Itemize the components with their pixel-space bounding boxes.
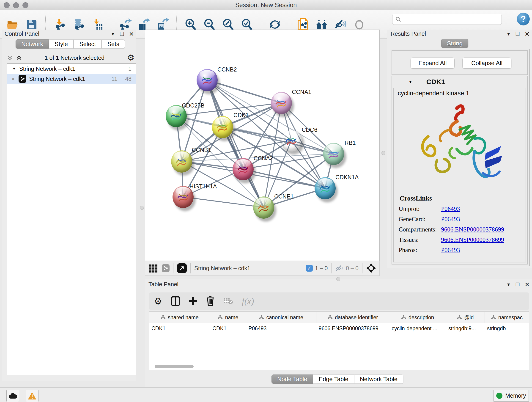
column-header--id[interactable]: @id xyxy=(446,312,485,323)
memory-button[interactable]: Memory xyxy=(494,390,529,402)
tab-style[interactable]: Style xyxy=(49,39,74,49)
open-in-window-icon[interactable] xyxy=(177,263,187,273)
zoom-fit-icon[interactable] xyxy=(221,18,235,32)
gene-disclosure-icon[interactable]: ▼ xyxy=(408,79,413,84)
help-button[interactable]: ? xyxy=(517,13,530,26)
right-splitter-handle[interactable] xyxy=(381,151,385,155)
refresh-network-icon[interactable] xyxy=(268,18,282,32)
first-neighbors-icon[interactable] xyxy=(315,18,329,32)
table-cell[interactable]: CDK1 xyxy=(210,323,246,333)
table-panel-close-icon[interactable]: ✕ xyxy=(525,281,530,288)
results-panel-close-icon[interactable]: ✕ xyxy=(525,31,530,38)
network-node-ccne1[interactable] xyxy=(253,196,274,219)
network-node-ccnb2[interactable] xyxy=(196,69,218,91)
table-cell[interactable]: 9606.ENSP00000378699 xyxy=(317,323,389,333)
network-edge[interactable] xyxy=(207,80,281,103)
column-header-namespac[interactable]: namespac xyxy=(485,312,529,323)
network-node-ccna2[interactable] xyxy=(233,158,254,180)
tab-network[interactable]: Network xyxy=(16,39,49,49)
crosslink-link[interactable]: P06493 xyxy=(441,216,460,223)
results-panel-collapse-icon[interactable]: ▼ xyxy=(506,32,511,37)
network-options-gear-icon[interactable]: ⚙ xyxy=(127,53,134,63)
results-panel-float-icon[interactable]: □ xyxy=(516,30,519,37)
network-node-cdkn1a[interactable] xyxy=(315,177,336,199)
birds-eye-view-icon[interactable] xyxy=(149,264,158,273)
table-options-gear-icon[interactable]: ⚙ xyxy=(154,296,162,306)
tab-select[interactable]: Select xyxy=(74,39,101,49)
network-canvas[interactable]: CCNB2CCNA1CDC25BCDK1CDC6RB1CCNB1CCNA2CDK… xyxy=(145,30,380,261)
network-node-cdk1[interactable] xyxy=(212,116,233,138)
node-table[interactable]: shared namenamecanonical namedatabase id… xyxy=(149,311,529,370)
collection-disclosure-icon[interactable]: ▼ xyxy=(12,66,16,71)
clone-network-icon[interactable] xyxy=(296,18,310,32)
table-horizontal-scrollbar[interactable] xyxy=(155,365,194,368)
table-row[interactable]: CDK1CDK1P064939606.ENSP00000378699cyclin… xyxy=(149,323,529,333)
search-input[interactable] xyxy=(392,14,502,25)
selected-checkbox-icon[interactable]: ✓ xyxy=(306,265,313,272)
export-network-icon[interactable] xyxy=(118,18,132,32)
import-table-file-icon[interactable] xyxy=(90,18,104,32)
collapse-all-button[interactable]: Collapse All xyxy=(462,57,511,69)
network-node-ccnb1[interactable] xyxy=(171,150,192,172)
column-header-canonical-name[interactable]: canonical name xyxy=(246,312,317,323)
table-cell[interactable]: cyclin-dependent ... xyxy=(389,323,446,333)
show-columns-icon[interactable] xyxy=(171,296,180,306)
network-row[interactable]: ● String Network – cdk1 11 48 xyxy=(7,74,136,84)
control-panel-close-icon[interactable]: ✕ xyxy=(129,31,134,38)
tab-sets[interactable]: Sets xyxy=(101,39,125,49)
export-table-icon[interactable] xyxy=(137,18,151,32)
network-node-cdc6[interactable] xyxy=(281,129,302,152)
table-panel-collapse-icon[interactable]: ▼ xyxy=(506,282,511,287)
tab-edge-table[interactable]: Edge Table xyxy=(313,375,354,384)
column-header-name[interactable]: name xyxy=(210,312,246,323)
export-image-icon[interactable] xyxy=(156,18,170,32)
open-session-icon[interactable] xyxy=(6,18,20,32)
node-label-ccnb2: CCNB2 xyxy=(217,66,237,73)
tab-node-table[interactable]: Node Table xyxy=(272,375,313,384)
crosslink-link[interactable]: 9606.ENSP00000378699 xyxy=(441,236,504,243)
expand-all-button[interactable]: Expand All xyxy=(411,57,455,69)
left-splitter-handle[interactable] xyxy=(140,206,144,210)
hide-selected-icon[interactable] xyxy=(334,18,347,32)
delete-table-icon[interactable] xyxy=(223,297,233,305)
import-network-file-icon[interactable] xyxy=(53,18,66,32)
zoom-in-icon[interactable] xyxy=(184,18,197,32)
crosslink-link[interactable]: P06493 xyxy=(441,205,460,212)
cloud-status-button[interactable] xyxy=(6,390,19,402)
network-collection-row[interactable]: ▼ String Network – cdk1 1 xyxy=(7,64,136,74)
warnings-button[interactable] xyxy=(26,390,38,402)
string-view-icon[interactable] xyxy=(162,264,170,272)
tab-string-results[interactable]: String xyxy=(441,39,468,48)
column-header-shared-name[interactable]: shared name xyxy=(149,312,210,323)
create-column-plus-icon[interactable] xyxy=(189,297,197,306)
show-all-icon[interactable] xyxy=(352,18,366,32)
expand-all-networks-icon[interactable] xyxy=(7,55,13,61)
table-panel-float-icon[interactable]: □ xyxy=(516,281,519,288)
crosslink-link[interactable]: P06493 xyxy=(441,247,460,254)
bottom-splitter-handle[interactable] xyxy=(336,277,340,281)
import-network-database-icon[interactable] xyxy=(71,18,85,32)
table-cell[interactable]: CDK1 xyxy=(149,323,210,333)
fit-selected-crosshair-icon[interactable] xyxy=(366,263,376,273)
save-session-icon[interactable] xyxy=(25,18,38,32)
delete-column-trash-icon[interactable] xyxy=(206,296,215,306)
column-header-description[interactable]: description xyxy=(389,312,446,323)
control-panel-collapse-icon[interactable]: ▼ xyxy=(111,32,115,37)
crosslink-link[interactable]: 9606.ENSP00000378699 xyxy=(441,226,504,233)
control-panel-float-icon[interactable]: □ xyxy=(120,30,124,37)
table-cell[interactable]: P06493 xyxy=(246,323,317,333)
network-node-rb1[interactable] xyxy=(323,143,344,165)
tab-network-table[interactable]: Network Table xyxy=(354,375,403,384)
table-cell[interactable]: stringdb xyxy=(485,323,529,333)
hidden-eye-slash-icon xyxy=(335,264,344,272)
column-header-database-identifier[interactable]: database identifier xyxy=(317,312,389,323)
table-cell[interactable]: stringdb:9... xyxy=(446,323,485,333)
zoom-selected-icon[interactable] xyxy=(240,18,254,32)
network-edge[interactable] xyxy=(183,197,264,207)
network-tree: ▼ String Network – cdk1 1 ● String Netwo… xyxy=(7,64,136,375)
collapse-all-networks-icon[interactable] xyxy=(16,55,22,61)
function-builder-icon[interactable]: f(x) xyxy=(242,296,254,306)
network-node-ccna1[interactable] xyxy=(271,92,292,114)
network-edge[interactable] xyxy=(243,169,325,188)
zoom-out-icon[interactable] xyxy=(203,18,216,32)
